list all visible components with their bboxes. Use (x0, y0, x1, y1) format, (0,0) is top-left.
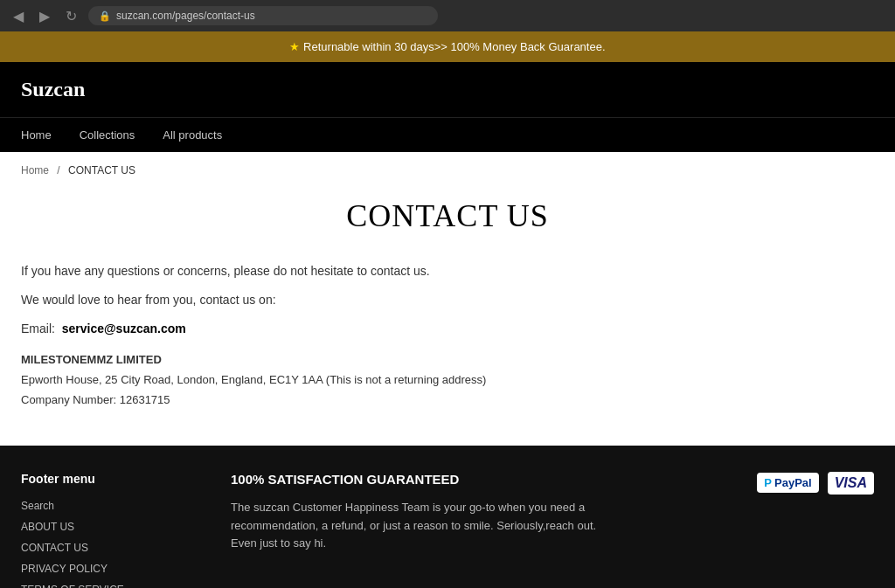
address-bar[interactable]: 🔒 suzcan.com/pages/contact-us (88, 6, 438, 25)
contact-email[interactable]: service@suzcan.com (62, 322, 186, 336)
nav-item-collections[interactable]: Collections (66, 118, 149, 152)
browser-chrome: ◀ ▶ ↻ 🔒 suzcan.com/pages/contact-us (0, 0, 895, 31)
footer-menu-col: Footer menu Search ABOUT US CONTACT US P… (21, 472, 196, 588)
visa-badge: VISA (828, 472, 874, 495)
company-address: Epworth House, 25 City Road, London, Eng… (21, 370, 633, 390)
breadcrumb-current: CONTACT US (68, 164, 135, 176)
contact-body: If you have any questions or concerns, p… (21, 260, 633, 411)
breadcrumb-home[interactable]: Home (21, 164, 49, 176)
footer-item-privacy[interactable]: PRIVACY POLICY (21, 563, 196, 575)
breadcrumb-separator: / (57, 164, 59, 176)
lock-icon: 🔒 (99, 10, 111, 22)
back-button[interactable]: ◀ (9, 6, 28, 26)
forward-button[interactable]: ▶ (35, 6, 54, 26)
breadcrumb: Home / CONTACT US (21, 152, 874, 189)
nav-item-all-products[interactable]: All products (149, 118, 236, 152)
email-label: Email: (21, 322, 55, 336)
payment-badges: P PayPal VISA (757, 472, 874, 495)
site-footer: Footer menu Search ABOUT US CONTACT US P… (0, 446, 895, 588)
footer-item-contact[interactable]: CONTACT US (21, 542, 196, 554)
paypal-label: PayPal (774, 476, 812, 489)
nav-item-home[interactable]: Home (21, 118, 66, 152)
footer-menu-title: Footer menu (21, 472, 196, 486)
footer-item-about[interactable]: ABOUT US (21, 521, 196, 533)
site-logo[interactable]: Suzcan (21, 78, 85, 100)
satisfaction-title: 100% SATISFACTION GUARANTEED (231, 472, 722, 487)
page-title: CONTACT US (21, 197, 874, 234)
announcement-text: Returnable within 30 days>> 100% Money B… (303, 40, 605, 53)
footer-item-search[interactable]: Search (21, 500, 196, 512)
satisfaction-text: The suzcan Customer Happiness Team is yo… (231, 499, 598, 553)
site-header: Suzcan (0, 62, 895, 117)
contact-email-line: Email: service@suzcan.com (21, 318, 633, 340)
site-nav: Home Collections All products (0, 117, 895, 152)
refresh-button[interactable]: ↻ (61, 6, 81, 26)
star-icon: ★ (289, 40, 300, 53)
announcement-bar: ★ Returnable within 30 days>> 100% Money… (0, 31, 895, 62)
url-text: suzcan.com/pages/contact-us (116, 10, 255, 22)
company-name: MILESTONEMMZ LIMITED (21, 349, 633, 370)
visa-label: VISA (835, 475, 867, 490)
paypal-badge: P PayPal (757, 473, 818, 493)
main-content: Home / CONTACT US CONTACT US If you have… (0, 152, 895, 446)
footer-payments-col: P PayPal VISA (757, 472, 874, 588)
company-info: MILESTONEMMZ LIMITED Epworth House, 25 C… (21, 349, 633, 411)
footer-item-terms[interactable]: TERMS OF SERVICE (21, 584, 196, 588)
contact-intro2: We would love to hear from you, contact … (21, 289, 633, 311)
footer-satisfaction-col: 100% SATISFACTION GUARANTEED The suzcan … (231, 472, 722, 588)
paypal-icon: P (764, 476, 772, 489)
company-number: Company Number: 12631715 (21, 390, 633, 410)
contact-intro1: If you have any questions or concerns, p… (21, 260, 633, 282)
